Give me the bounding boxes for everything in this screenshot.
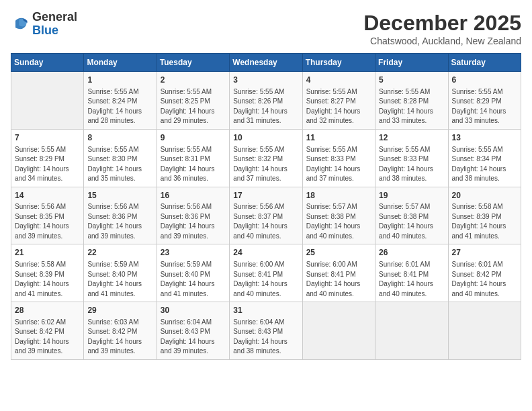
calendar-cell: 25Sunrise: 6:00 AMSunset: 8:41 PMDayligh… [302,244,375,302]
calendar-cell: 31Sunrise: 6:04 AMSunset: 8:43 PMDayligh… [230,302,302,360]
day-info: Sunrise: 5:55 AMSunset: 8:29 PMDaylight:… [15,145,80,184]
day-info: Sunrise: 5:58 AMSunset: 8:39 PMDaylight:… [15,260,80,299]
day-number: 17 [233,190,298,201]
calendar-cell: 6Sunrise: 5:55 AMSunset: 8:29 PMDaylight… [448,72,521,130]
day-info: Sunrise: 5:56 AMSunset: 8:36 PMDaylight:… [87,202,152,241]
header-sunday: Sunday [11,54,84,72]
day-number: 6 [452,75,517,86]
day-number: 11 [306,132,371,144]
day-number: 29 [87,305,152,316]
day-number: 12 [379,132,444,144]
day-info: Sunrise: 5:55 AMSunset: 8:27 PMDaylight:… [306,87,371,126]
day-number: 8 [87,132,152,144]
day-number: 23 [161,247,226,259]
calendar-week-row-3: 14Sunrise: 5:56 AMSunset: 8:35 PMDayligh… [11,187,521,244]
day-number: 5 [379,75,444,86]
calendar-week-row-1: 1Sunrise: 5:55 AMSunset: 8:24 PMDaylight… [11,72,521,130]
calendar-cell [302,302,375,360]
calendar-cell: 30Sunrise: 6:04 AMSunset: 8:43 PMDayligh… [157,302,229,360]
day-info: Sunrise: 5:57 AMSunset: 8:38 PMDaylight:… [306,202,371,241]
calendar-cell: 17Sunrise: 5:56 AMSunset: 8:37 PMDayligh… [230,187,302,244]
header-wednesday: Wednesday [230,54,302,72]
day-number: 24 [233,247,298,259]
day-number: 13 [452,132,517,144]
logo-blue: Blue [32,24,77,38]
calendar-cell: 10Sunrise: 5:55 AMSunset: 8:32 PMDayligh… [230,129,302,187]
calendar-cell: 20Sunrise: 5:58 AMSunset: 8:39 PMDayligh… [448,187,521,244]
day-number: 22 [87,247,152,259]
calendar-cell: 13Sunrise: 5:55 AMSunset: 8:34 PMDayligh… [448,129,521,187]
day-number: 26 [379,247,444,259]
calendar-cell: 26Sunrise: 6:01 AMSunset: 8:41 PMDayligh… [375,244,448,302]
calendar-cell [375,302,448,360]
day-info: Sunrise: 5:55 AMSunset: 8:24 PMDaylight:… [87,87,152,126]
calendar-cell: 7Sunrise: 5:55 AMSunset: 8:29 PMDaylight… [11,129,84,187]
day-info: Sunrise: 5:55 AMSunset: 8:32 PMDaylight:… [233,145,298,184]
calendar-cell: 11Sunrise: 5:55 AMSunset: 8:33 PMDayligh… [302,129,375,187]
day-info: Sunrise: 5:56 AMSunset: 8:37 PMDaylight:… [233,202,298,241]
month-title: December 2025 [363,11,521,36]
day-number: 15 [87,190,152,201]
day-info: Sunrise: 5:55 AMSunset: 8:28 PMDaylight:… [379,87,444,126]
calendar-cell [11,72,84,130]
calendar-cell: 18Sunrise: 5:57 AMSunset: 8:38 PMDayligh… [302,187,375,244]
day-number: 20 [452,190,517,201]
calendar-cell: 29Sunrise: 6:03 AMSunset: 8:42 PMDayligh… [84,302,157,360]
calendar-cell: 15Sunrise: 5:56 AMSunset: 8:36 PMDayligh… [84,187,157,244]
day-info: Sunrise: 5:55 AMSunset: 8:34 PMDaylight:… [452,145,517,184]
day-info: Sunrise: 5:55 AMSunset: 8:26 PMDaylight:… [233,87,298,126]
day-number: 2 [161,75,226,86]
day-number: 21 [15,247,80,259]
day-info: Sunrise: 6:03 AMSunset: 8:42 PMDaylight:… [87,318,152,357]
day-number: 1 [87,75,152,86]
calendar-cell: 1Sunrise: 5:55 AMSunset: 8:24 PMDaylight… [84,72,157,130]
logo: General Blue [11,11,77,38]
day-number: 4 [306,75,371,86]
header-tuesday: Tuesday [157,54,229,72]
calendar-table: Sunday Monday Tuesday Wednesday Thursday… [11,53,521,360]
day-info: Sunrise: 6:02 AMSunset: 8:42 PMDaylight:… [15,318,80,357]
day-info: Sunrise: 6:01 AMSunset: 8:41 PMDaylight:… [379,260,444,299]
day-number: 9 [161,132,226,144]
calendar-cell: 2Sunrise: 5:55 AMSunset: 8:25 PMDaylight… [157,72,229,130]
day-info: Sunrise: 5:55 AMSunset: 8:25 PMDaylight:… [161,87,226,126]
day-number: 27 [452,247,517,259]
calendar-cell: 3Sunrise: 5:55 AMSunset: 8:26 PMDaylight… [230,72,302,130]
page-header: General Blue December 2025 Chatswood, Au… [11,11,521,46]
calendar-week-row-2: 7Sunrise: 5:55 AMSunset: 8:29 PMDaylight… [11,129,521,187]
day-info: Sunrise: 5:55 AMSunset: 8:30 PMDaylight:… [87,145,152,184]
day-number: 31 [233,305,298,316]
calendar-cell: 8Sunrise: 5:55 AMSunset: 8:30 PMDaylight… [84,129,157,187]
header-thursday: Thursday [302,54,375,72]
calendar-cell: 5Sunrise: 5:55 AMSunset: 8:28 PMDaylight… [375,72,448,130]
day-number: 10 [233,132,298,144]
day-number: 25 [306,247,371,259]
title-area: December 2025 Chatswood, Auckland, New Z… [363,11,521,46]
calendar-cell: 19Sunrise: 5:57 AMSunset: 8:38 PMDayligh… [375,187,448,244]
day-info: Sunrise: 6:01 AMSunset: 8:42 PMDaylight:… [452,260,517,299]
calendar-cell: 9Sunrise: 5:55 AMSunset: 8:31 PMDaylight… [157,129,229,187]
calendar-cell: 24Sunrise: 6:00 AMSunset: 8:41 PMDayligh… [230,244,302,302]
calendar-cell: 14Sunrise: 5:56 AMSunset: 8:35 PMDayligh… [11,187,84,244]
calendar-cell: 22Sunrise: 5:59 AMSunset: 8:40 PMDayligh… [84,244,157,302]
day-info: Sunrise: 5:56 AMSunset: 8:35 PMDaylight:… [15,202,80,241]
day-number: 28 [15,305,80,316]
calendar-cell: 4Sunrise: 5:55 AMSunset: 8:27 PMDaylight… [302,72,375,130]
day-number: 18 [306,190,371,201]
day-number: 16 [161,190,226,201]
day-number: 3 [233,75,298,86]
calendar-week-row-4: 21Sunrise: 5:58 AMSunset: 8:39 PMDayligh… [11,244,521,302]
day-info: Sunrise: 5:59 AMSunset: 8:40 PMDaylight:… [161,260,226,299]
day-number: 19 [379,190,444,201]
day-number: 30 [161,305,226,316]
day-info: Sunrise: 5:56 AMSunset: 8:36 PMDaylight:… [161,202,226,241]
day-info: Sunrise: 5:58 AMSunset: 8:39 PMDaylight:… [452,202,517,241]
day-info: Sunrise: 6:04 AMSunset: 8:43 PMDaylight:… [161,318,226,357]
header-saturday: Saturday [448,54,521,72]
calendar-week-row-5: 28Sunrise: 6:02 AMSunset: 8:42 PMDayligh… [11,302,521,360]
header-friday: Friday [375,54,448,72]
calendar-cell: 27Sunrise: 6:01 AMSunset: 8:42 PMDayligh… [448,244,521,302]
logo-icon [11,15,30,34]
calendar-header-row: Sunday Monday Tuesday Wednesday Thursday… [11,54,521,72]
calendar-cell [448,302,521,360]
